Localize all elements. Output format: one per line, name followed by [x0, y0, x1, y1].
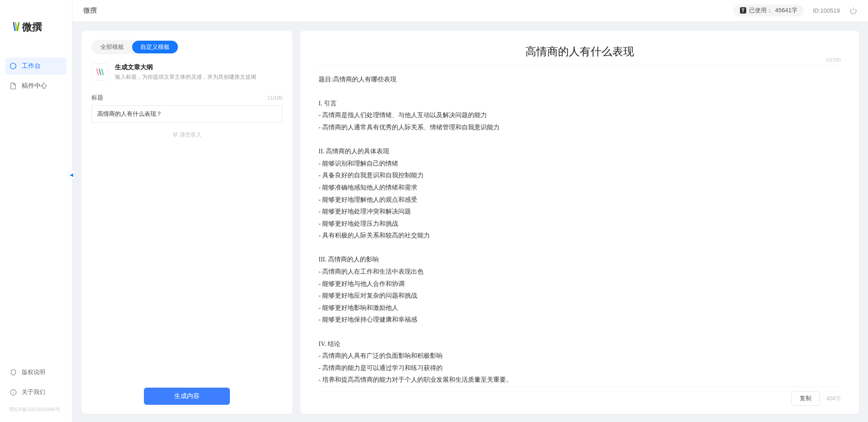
topbar: 微撰 T 已使用： 45641字 ID:100519 — [72, 0, 868, 22]
generate-button[interactable]: 生成内容 — [144, 388, 230, 405]
output-footer: 复制 404字 — [319, 386, 841, 406]
char-count: 11/100 — [267, 95, 282, 100]
output-word-count: 404字 — [826, 395, 841, 403]
cube-icon — [9, 62, 17, 70]
field-label: 标题 — [91, 94, 103, 102]
template-icon — [91, 63, 109, 81]
copy-button[interactable]: 复制 — [791, 391, 820, 406]
sidebar-bottom: 版权说明 关于我们 鄂ICP备2022016946号 — [0, 364, 72, 413]
page-title: 微撰 — [83, 6, 97, 15]
logo-mark: \\/ — [13, 20, 19, 34]
usage-chip[interactable]: T 已使用： 45641字 — [734, 5, 804, 16]
template-subtitle: 输入标题，为你提供文章主体的灵感，并为其创建推文提纲 — [115, 73, 256, 81]
clear-input-button[interactable]: 清空录入 — [91, 131, 282, 139]
sidebar-item-workspace[interactable]: 工作台 — [5, 57, 67, 75]
clear-label: 清空录入 — [180, 131, 201, 139]
sidebar: \\/ 微撰 工作台 稿件中心 ◀ 版权说明 — [0, 0, 72, 422]
output-title: 高情商的人有什么表现 — [319, 44, 841, 59]
info-icon — [9, 388, 17, 396]
user-id: ID:100519 — [813, 7, 840, 14]
template-title: 生成文章大纲 — [115, 63, 256, 71]
usage-value: 45641字 — [775, 6, 797, 14]
title-input[interactable] — [91, 105, 282, 123]
sidebar-item-label: 工作台 — [22, 62, 41, 70]
usage-prefix: 已使用： — [749, 6, 773, 14]
template-description: 生成文章大纲 输入标题，为你提供文章主体的灵感，并为其创建推文提纲 — [91, 63, 282, 81]
sidebar-item-copyright[interactable]: 版权说明 — [5, 364, 67, 381]
input-panel: 全部模板 自定义模板 生成文章大纲 输入标题，为你提供文章主体的灵感，并为其创建… — [81, 31, 292, 414]
shield-icon — [9, 368, 17, 376]
output-body: 题目:高情商的人有哪些表现 I. 引言 - 高情商是指人们处理情绪、与他人互动以… — [319, 74, 841, 386]
sidebar-item-label: 关于我们 — [22, 388, 45, 396]
output-panel: 高情商的人有什么表现 10/100 题目:高情商的人有哪些表现 I. 引言 - … — [300, 31, 859, 414]
tab-all-templates[interactable]: 全部模板 — [92, 41, 132, 53]
title-field: 标题 11/100 — [91, 94, 282, 123]
icp-text: 鄂ICP备2022016946号 — [5, 403, 67, 413]
output-title-count: 10/100 — [825, 57, 841, 62]
sidebar-item-drafts[interactable]: 稿件中心 — [5, 77, 67, 95]
sidebar-item-label: 版权说明 — [22, 368, 45, 376]
sidebar-item-about[interactable]: 关于我们 — [5, 384, 67, 401]
sidebar-item-label: 稿件中心 — [22, 82, 47, 90]
text-icon: T — [740, 7, 746, 14]
tab-custom-template[interactable]: 自定义模板 — [132, 41, 178, 53]
logo-text: 微撰 — [22, 20, 42, 34]
trash-icon — [172, 132, 178, 138]
doc-icon — [9, 82, 17, 90]
power-icon[interactable] — [849, 6, 857, 14]
template-tabs: 全部模板 自定义模板 — [91, 40, 179, 54]
sidebar-nav: 工作台 稿件中心 — [0, 57, 72, 97]
sidebar-collapse-button[interactable]: ◀ — [68, 170, 75, 179]
app-logo: \\/ 微撰 — [0, 0, 72, 34]
